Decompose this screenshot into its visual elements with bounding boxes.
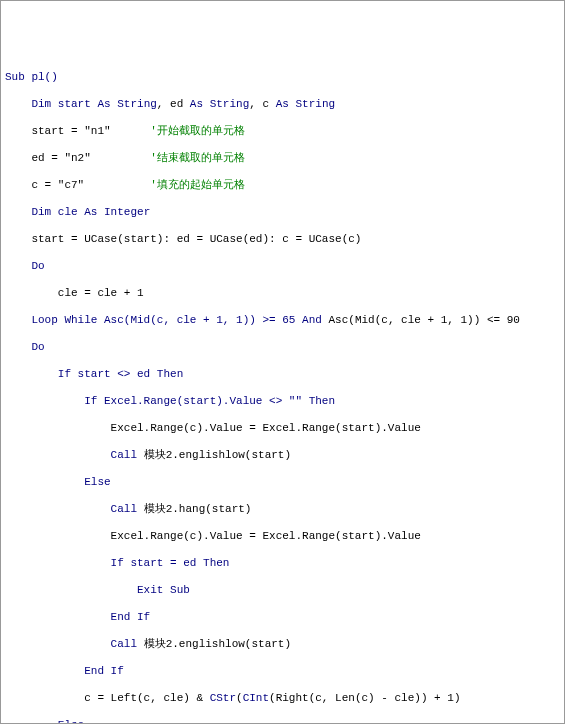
code-text: ( [236,692,243,704]
comment: '填充的起始单元格 [150,179,245,191]
code-text: Else [5,476,111,488]
code-text: Else [5,719,84,725]
code-text: , c [249,98,275,110]
code-text: As String [276,98,335,110]
code-text: As String [190,98,249,110]
code-text: Then [157,368,183,380]
comment: '开始截取的单元格 [150,125,245,137]
code-text: Dim cle [5,206,84,218]
code-text: Asc(Mid(c, cle + 1, 1)) <= 90 [322,314,520,326]
comment: '结束截取的单元格 [150,152,245,164]
code-text: start = "n1" [5,125,150,137]
code-text: c = "c7" [5,179,150,191]
code-text: Exit Sub [5,584,190,596]
code-text: Then [309,395,335,407]
code-text: If start = ed [5,557,203,569]
code-text: CStr [210,692,236,704]
code-text: Do [5,260,45,272]
code-text: Dim start [5,98,97,110]
code-text: Excel.Range(c).Value = Excel.Range(start… [5,530,421,542]
code-text: ed = "n2" [5,152,150,164]
code-text: 模块2.hang(start) [137,503,251,515]
code-text: End If [5,611,150,623]
code-text: If Excel.Range(start).Value <> "" [5,395,309,407]
code-text: cle = cle + 1 [5,287,144,299]
code-text: End If [5,665,124,677]
code-text: Call [5,638,137,650]
code-text: , ed [157,98,190,110]
code-text: 模块2.englishlow(start) [137,449,291,461]
code-text: c = Left(c, cle) & [5,692,210,704]
code-text: As String [97,98,156,110]
code-text: Call [5,449,137,461]
code-text: 模块2.englishlow(start) [137,638,291,650]
code-text: If start <> ed [5,368,157,380]
code-text: (Right(c, Len(c) - cle)) + 1) [269,692,460,704]
code-text: start = UCase(start): ed = UCase(ed): c … [5,233,361,245]
code-text: Excel.Range(c).Value = Excel.Range(start… [5,422,421,434]
sub-pl-block: Sub pl() Dim start As String, ed As Stri… [1,55,564,724]
code-text: Do [5,341,45,353]
code-text: Loop While Asc(Mid(c, cle + 1, 1)) >= 65 [5,314,302,326]
code-text: And [302,314,322,326]
code-text: Sub pl() [5,71,58,83]
code-text: As Integer [84,206,150,218]
code-text: Call [5,503,137,515]
code-text: CInt [243,692,269,704]
code-text: Then [203,557,229,569]
